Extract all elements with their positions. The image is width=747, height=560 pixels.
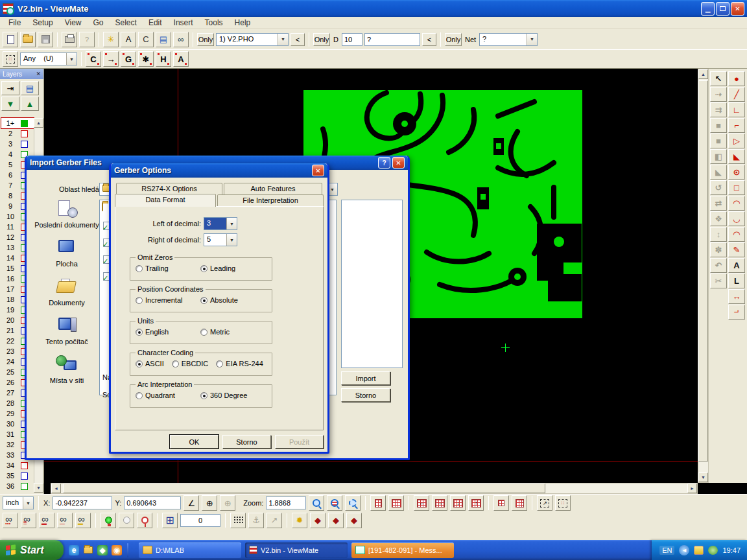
vertical-scroll-thumb[interactable] <box>698 80 708 461</box>
left-of-decimal-select[interactable]: 3 ▼ <box>204 217 237 230</box>
tab-data-format[interactable]: Data Format <box>115 194 216 207</box>
select-pattern-button[interactable]: ∷ <box>3 51 18 67</box>
only-dcode-button[interactable]: Only <box>197 33 214 46</box>
grid-value-field[interactable]: 0 <box>180 514 220 527</box>
highlight-off-button[interactable] <box>119 513 134 528</box>
draw-triangle-button[interactable]: ◣ <box>728 149 745 164</box>
view-filled-button[interactable] <box>39 513 54 528</box>
minimize-button[interactable]: ▁ <box>701 2 715 16</box>
chevron-down-icon[interactable]: ▼ <box>278 34 288 45</box>
measure-button[interactable]: ∞ <box>173 32 189 47</box>
flash-mode-button[interactable]: ✹ <box>292 513 307 528</box>
radio-360-degree[interactable]: 360 Degree <box>200 391 248 399</box>
chevron-down-icon[interactable]: ▼ <box>23 497 33 509</box>
swap-button[interactable]: ⇄ <box>710 196 727 211</box>
print-button[interactable] <box>62 32 77 47</box>
select-cursor-button[interactable]: ↖ <box>710 71 727 86</box>
layers-panel-titlebar[interactable]: Layers ✕ <box>0 69 43 79</box>
only-d-button[interactable]: Only <box>313 33 330 46</box>
scroll-down-button[interactable]: ▼ <box>698 472 708 482</box>
origin-button[interactable]: ⊕ <box>202 495 217 511</box>
start-button[interactable]: Start <box>0 540 64 560</box>
horizontal-scroll-thumb[interactable] <box>63 484 545 493</box>
apertures-button[interactable]: A <box>121 32 136 47</box>
center-view-button[interactable]: ⊕ <box>220 495 235 511</box>
dock-layer-button[interactable]: ⇥ <box>1 81 19 95</box>
open-file-button[interactable] <box>20 32 36 47</box>
view-outline-button[interactable] <box>57 513 73 528</box>
d-search-field[interactable]: ? <box>364 33 420 46</box>
layer-row[interactable]: 2 <box>1 128 34 139</box>
layers-scroll-up[interactable]: ▲ <box>34 118 43 128</box>
layer-row[interactable]: 1+ <box>1 118 34 128</box>
chevron-down-icon[interactable]: ▼ <box>226 234 237 246</box>
tab-auto-features[interactable]: Auto Features <box>224 183 322 194</box>
chevron-down-icon[interactable]: ▼ <box>527 34 537 45</box>
grid-step-right-button[interactable]: → <box>432 495 447 511</box>
cancel-button[interactable]: Storno <box>222 435 271 449</box>
spread-button[interactable]: ↕ <box>710 227 727 242</box>
previous-dcode-button[interactable]: < <box>290 33 305 46</box>
redraw-button[interactable]: ✳ <box>103 32 119 47</box>
draw-polyline-button[interactable]: ∟ <box>728 102 745 117</box>
place-desktop[interactable]: Plocha <box>34 239 99 268</box>
layer-down-button[interactable]: ▼ <box>1 97 19 111</box>
previous-net-button[interactable]: < <box>422 33 436 46</box>
quicklaunch-app-icon[interactable]: ◆ <box>97 545 108 555</box>
quicklaunch-ie-icon[interactable]: e <box>69 545 79 555</box>
dialog-close-button[interactable]: ✕ <box>392 157 405 169</box>
layer-color-swatch[interactable] <box>21 472 28 480</box>
grid-window-button[interactable] <box>370 495 386 511</box>
context-help-button[interactable]: ? <box>79 32 95 47</box>
draw-arc-button[interactable]: ◠ <box>728 196 745 211</box>
menu-help[interactable]: Help <box>229 17 257 29</box>
grid-step-down-button[interactable]: ↓ <box>450 495 466 511</box>
layer-color-swatch[interactable] <box>21 130 28 137</box>
x-coordinate-field[interactable]: -0.942237 <box>53 496 112 509</box>
layer-color-swatch[interactable] <box>21 483 28 490</box>
menu-view[interactable]: View <box>59 17 88 29</box>
undo-button[interactable]: ↶ <box>710 258 727 273</box>
gerber-close-button[interactable]: ✕ <box>312 165 324 176</box>
radio-incremental[interactable]: Incremental <box>136 296 193 304</box>
radio-leading[interactable]: Leading <box>200 264 235 272</box>
anchor-button[interactable]: ⚓ <box>248 513 264 528</box>
restore-button[interactable] <box>716 2 729 16</box>
tray-app-icon[interactable] <box>708 546 718 555</box>
layer-row[interactable]: 34 <box>1 460 34 471</box>
layers-scroll-down[interactable]: ▼ <box>34 483 43 493</box>
shear-button[interactable]: ◣ <box>710 165 727 180</box>
tab-rs274x-options[interactable]: RS274-X Options <box>116 183 222 194</box>
import-cancel-button[interactable]: Storno <box>341 388 390 402</box>
chevron-down-icon[interactable]: ▼ <box>226 218 237 229</box>
only-net-button[interactable]: Only <box>445 33 462 46</box>
ok-button[interactable]: OK <box>170 435 219 449</box>
component-letter-button-1[interactable]: → <box>103 51 119 67</box>
place-documents[interactable]: Dokumenty <box>34 277 99 307</box>
draw-rectangle-button[interactable]: □ <box>728 180 745 195</box>
zoom-in-button[interactable] <box>309 495 324 511</box>
draw-dimension-button[interactable]: ↔ <box>728 289 745 304</box>
place-my-computer[interactable]: Tento počítač <box>34 316 99 345</box>
zoom-window-button[interactable] <box>345 495 361 511</box>
right-of-decimal-select[interactable]: 5 ▼ <box>204 233 237 246</box>
quicklaunch-firefox-icon[interactable]: ◉ <box>112 545 122 555</box>
layer-color-swatch[interactable] <box>21 462 28 469</box>
taskbar-task-1[interactable]: V2.bin - ViewMate <box>245 542 348 558</box>
radio-ebcdic[interactable]: EBCDIC <box>172 360 209 368</box>
grid-toggle-button[interactable] <box>388 495 404 511</box>
d-value-field[interactable]: 10 <box>342 33 362 46</box>
dcode-view-button[interactable]: C <box>138 32 154 47</box>
highlight-red-button[interactable] <box>137 513 152 528</box>
grid-step-left-button[interactable]: ← <box>414 495 429 511</box>
radio-ascii[interactable]: ASCII <box>136 360 164 368</box>
draw-trace-button[interactable]: ╱ <box>728 87 745 102</box>
menu-tools[interactable]: Tools <box>199 17 229 29</box>
layer-row[interactable]: 36 <box>1 481 34 491</box>
menu-edit[interactable]: Edit <box>143 17 168 29</box>
filled-square-alt-button[interactable]: ■ <box>710 134 727 148</box>
component-letter-button-2[interactable]: G <box>121 51 136 67</box>
draw-pad-button[interactable]: ● <box>728 71 745 86</box>
draw-text-button[interactable]: A <box>728 258 745 273</box>
close-button[interactable]: ✕ <box>731 2 744 16</box>
